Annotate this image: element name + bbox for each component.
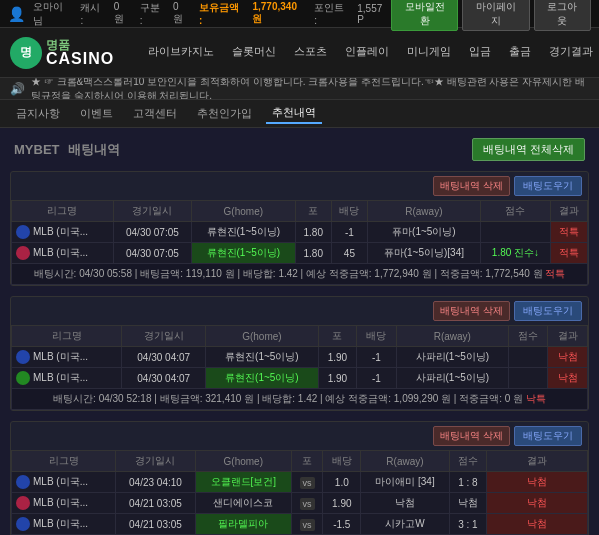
all-delete-button[interactable]: 배팅내역 전체삭제 — [472, 138, 585, 161]
logout-button[interactable]: 로그아웃 — [534, 0, 591, 31]
cell-result-score — [509, 347, 548, 368]
bet-time: 배팅시간: 04/30 52:18 — [53, 393, 151, 404]
cell-away: 퓨마(1~5이닝) — [368, 222, 480, 243]
nav-withdraw[interactable]: 출금 — [501, 40, 539, 65]
cell-home: 류현진(1~5이닝) — [206, 347, 318, 368]
cell-league: MLB (미국... — [12, 472, 116, 493]
cell-odds: 1.0 — [323, 472, 361, 493]
cell-home: 샌디에이스코 — [195, 493, 291, 514]
cash-value: 0 원 — [114, 1, 132, 26]
logo-korean: 명품 — [46, 39, 114, 51]
nav-inplay[interactable]: 인플레이 — [337, 40, 397, 65]
col-po: 포 — [295, 201, 331, 222]
nav-slots[interactable]: 슬롯머신 — [224, 40, 284, 65]
mypage-button[interactable]: 마이페이지 — [462, 0, 529, 31]
bet-amount: 321,410 원 — [205, 393, 254, 404]
bet-section-2: 배팅내역 삭제 배팅도우기 리그명 경기일시 G(home) 포 배당 R(aw… — [10, 296, 589, 411]
cell-result-score: 낙첨 — [449, 493, 486, 514]
cash-label: 캐시 : — [80, 1, 105, 26]
cell-datetime: 04/30 07:05 — [113, 243, 191, 264]
page-title-text: 배팅내역 — [68, 142, 120, 157]
cell-datetime: 04/21 03:05 — [116, 514, 195, 535]
section1-table: 리그명 경기일시 G(home) 포 배당 R(away) 점수 결과 MLB … — [11, 200, 588, 285]
cell-league-text: MLB (미국... — [33, 371, 88, 385]
section3-cancel-btn[interactable]: 배팅도우기 — [514, 426, 582, 446]
cell-odds: -1 — [357, 368, 396, 389]
col-po: 포 — [318, 326, 357, 347]
subnav-prohibited[interactable]: 금지사항 — [10, 104, 66, 123]
exchange-value: 1,557 P — [357, 3, 391, 25]
balance-value: 1,770,340원 — [252, 1, 306, 26]
section3-table: 리그명 경기일시 G(home) 포 배당 R(away) 점수 결과 MLB … — [11, 450, 588, 535]
logo-text: 명품 CASINO — [46, 39, 114, 67]
col-home: G(home) — [206, 326, 318, 347]
cell-datetime: 04/30 07:05 — [113, 222, 191, 243]
cell-result-score — [480, 222, 551, 243]
col-league: 리그명 — [12, 201, 114, 222]
header: 명 명품 CASINO 라이브카지노 슬롯머신 스포츠 인플레이 미니게임 입금… — [0, 28, 599, 78]
cell-datetime: 04/30 04:07 — [122, 347, 206, 368]
col-home: G(home) — [195, 451, 291, 472]
col-home: G(home) — [191, 201, 295, 222]
cell-home: 류현진(1~5이닝) — [191, 243, 295, 264]
logo-icon: 명 — [10, 37, 42, 69]
nav-sports[interactable]: 스포츠 — [286, 40, 335, 65]
vs-badge: vs — [300, 477, 315, 489]
cell-po: 1.80 — [295, 243, 331, 264]
bet-amount: 119,110 원 — [186, 268, 235, 279]
section3-delete-btn[interactable]: 배팅내역 삭제 — [433, 426, 510, 446]
page-title: MYBET 배팅내역 — [14, 140, 124, 159]
subnav-support[interactable]: 고객센터 — [127, 104, 183, 123]
balance-label: 보유금액 : — [199, 1, 244, 26]
top-bar-info: 👤 오마이님 캐시 : 0 원 구분 : 0 원 보유금액 : 1,770,34… — [8, 0, 391, 28]
cell-league: MLB (미국... — [12, 368, 122, 389]
col-datetime: 경기일시 — [113, 201, 191, 222]
subnav-referral-history[interactable]: 추천내역 — [266, 103, 322, 124]
point-label: 구분 : — [140, 1, 165, 26]
table-row: MLB (미국... 04/30 04:07 류현진(1~5이닝) 1.90 -… — [12, 347, 588, 368]
section2-footer: 배팅시간: 04/30 52:18 | 배팅금액: 321,410 원 | 배당… — [12, 389, 588, 410]
cell-league-text: MLB (미국... — [33, 225, 88, 239]
point-value: 0 원 — [173, 1, 191, 26]
expected-label: 예상 적중금액: — [325, 393, 391, 404]
cell-home: 오클랜드[보건] — [195, 472, 291, 493]
col-odds: 배당 — [357, 326, 396, 347]
col-league: 리그명 — [12, 326, 122, 347]
nav-results[interactable]: 경기결과 — [541, 40, 599, 65]
footer-status: 낙특 — [526, 393, 546, 404]
table-row: MLB (미국... 04/30 07:05 류현진(1~5이닝) 1.80 4… — [12, 243, 588, 264]
cell-po: vs — [291, 514, 322, 535]
cell-league-text: MLB (미국... — [33, 496, 88, 510]
footer-info: 배팅시간: 04/30 52:18 | 배팅금액: 321,410 원 | 배당… — [12, 389, 588, 410]
sub-nav: 금지사항 이벤트 고객센터 추천인가입 추천내역 — [0, 100, 599, 128]
logo: 명 명품 CASINO — [10, 37, 120, 69]
recharge-button[interactable]: 모바일전환 — [391, 0, 458, 31]
nav-livecasino[interactable]: 라이브카지노 — [140, 40, 222, 65]
cell-home: 류현진(1~5이닝) — [191, 222, 295, 243]
section1-cancel-btn[interactable]: 배팅도우기 — [514, 176, 582, 196]
bet-section-1: 배팅내역 삭제 배팅도우기 리그명 경기일시 G(home) 포 배당 R(aw… — [10, 171, 589, 286]
subnav-referral[interactable]: 추천인가입 — [191, 104, 258, 123]
col-datetime: 경기일시 — [116, 451, 195, 472]
section2-delete-btn[interactable]: 배팅내역 삭제 — [433, 301, 510, 321]
cell-result: 낙첨 — [548, 347, 588, 368]
nav-minigame[interactable]: 미니게임 — [399, 40, 459, 65]
subnav-events[interactable]: 이벤트 — [74, 104, 119, 123]
col-away: R(away) — [368, 201, 480, 222]
col-odds: 배당 — [331, 201, 368, 222]
bet-time: 배팅시간: 04/30 05:58 — [34, 268, 132, 279]
nav-deposit[interactable]: 입금 — [461, 40, 499, 65]
cell-away: 사파리(1~5이닝) — [396, 347, 508, 368]
expected-value: 1,099,290 원 — [394, 393, 451, 404]
odds-value: 1.42 — [298, 393, 317, 404]
section2-cancel-btn[interactable]: 배팅도우기 — [514, 301, 582, 321]
cell-league-text: MLB (미국... — [33, 246, 88, 260]
cell-away: 시카고W — [361, 514, 449, 535]
team-icon — [16, 246, 30, 260]
cell-result: 적특 — [551, 243, 588, 264]
team-icon — [16, 496, 30, 510]
table-row: MLB (미국... 04/30 07:05 류현진(1~5이닝) 1.80 -… — [12, 222, 588, 243]
section2-header: 배팅내역 삭제 배팅도우기 — [11, 297, 588, 325]
page-prefix: MYBET — [14, 142, 60, 157]
section1-delete-btn[interactable]: 배팅내역 삭제 — [433, 176, 510, 196]
